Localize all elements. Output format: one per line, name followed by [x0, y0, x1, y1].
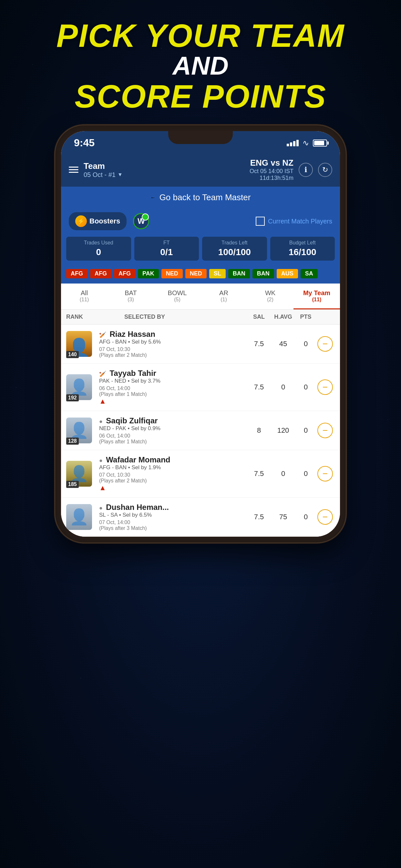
signal-icon — [287, 140, 299, 146]
stat-trades-left-label: Trades Left — [206, 240, 263, 246]
player-name: Saqib Zulfiqar — [106, 416, 158, 425]
refresh-button[interactable]: ↻ — [318, 163, 332, 177]
player-info: ● Dushan Heman... SL - SA • Sel by 6.5% … — [95, 503, 248, 531]
player-sal: 8 — [248, 426, 270, 435]
stat-ft-value: 0/1 — [138, 247, 195, 257]
player-name: Tayyab Tahir — [110, 369, 156, 377]
th-sal: SAL — [248, 314, 270, 320]
player-sal: 7.5 — [248, 340, 270, 348]
table-header: RANK SELECTED BY SAL H.AVG PTS — [61, 310, 340, 324]
remove-player-button[interactable]: − — [317, 336, 333, 352]
notch — [168, 131, 233, 144]
flag-tag: SA — [301, 269, 318, 278]
player-rank-img: 👤 140 — [66, 331, 95, 357]
phone-inner: 9:45 ∿ — [61, 131, 340, 537]
current-match-checkbox[interactable] — [256, 217, 265, 226]
w-letter: W — [137, 217, 145, 226]
player-pts: 0 — [296, 426, 315, 435]
player-havg: 0 — [270, 383, 296, 392]
menu-button[interactable] — [69, 166, 79, 173]
player-row[interactable]: 👤 185 ● Wafadar Momand AFG - BAN • Sel b… — [61, 450, 340, 498]
dropdown-arrow-icon: ▼ — [118, 172, 123, 178]
player-date: 06 Oct, 14:00 — [99, 433, 244, 439]
player-row[interactable]: 👤 140 🏏 Riaz Hassan AFG - BAN • Sel by 5… — [61, 324, 340, 364]
stat-budget-left-label: Budget Left — [274, 240, 331, 246]
go-back-bar[interactable]: ← Go back to Team Master — [61, 187, 340, 208]
stat-ft: FT 0/1 — [134, 237, 199, 260]
tab-ar[interactable]: AR(1) — [201, 283, 247, 309]
go-back-arrow-icon: ← — [150, 195, 156, 200]
battery-icon — [313, 140, 327, 147]
player-meta: AFG - BAN • Sel by 5.6% — [99, 339, 244, 345]
booster-icon: ⚡ — [75, 215, 87, 227]
player-rank-badge: 128 — [66, 438, 79, 445]
player-info: ● Saqib Zulfiqar NED - PAK • Sel by 0.9%… — [95, 416, 248, 445]
go-back-label: Go back to Team Master — [159, 192, 251, 203]
player-meta: AFG - BAN • Sel by 1.9% — [99, 464, 244, 471]
tabs-row: All(11)BAT(3)BOWL(5)AR(1)WK(2)My Team(11… — [61, 283, 340, 310]
remove-player-button[interactable]: − — [317, 379, 333, 395]
stat-trades-used: Trades Used 0 — [66, 237, 131, 260]
player-havg: 45 — [270, 340, 296, 348]
flag-tag: SL — [209, 269, 226, 278]
player-pts: 0 — [296, 513, 315, 521]
player-info: 🏏 Tayyab Tahir PAK - NED • Sel by 3.7% 0… — [95, 369, 248, 406]
flag-tag: BAN — [228, 269, 250, 278]
stat-ft-label: FT — [138, 240, 195, 246]
remove-player-button[interactable]: − — [317, 423, 333, 438]
player-rank-badge: 192 — [66, 394, 79, 401]
player-row[interactable]: 👤 ● Dushan Heman... SL - SA • Sel by 6.5… — [61, 498, 340, 537]
team-label: Team — [84, 161, 123, 171]
boosters-button[interactable]: ⚡ Boosters — [69, 212, 127, 230]
player-pts: 0 — [296, 340, 315, 348]
player-rank-img: 👤 185 — [66, 461, 95, 487]
wifi-icon: ∿ — [303, 138, 309, 148]
player-name: Wafadar Momand — [106, 455, 170, 464]
th-havg: H.AVG — [270, 314, 296, 320]
current-match-toggle[interactable]: Current Match Players — [256, 217, 332, 226]
player-meta: SL - SA • Sel by 6.5% — [99, 512, 244, 518]
headline-line3: SCORE POINTS — [0, 80, 401, 113]
match-countdown: 11d:13h:51m — [250, 175, 294, 182]
player-meta: NED - PAK • Sel by 0.9% — [99, 425, 244, 432]
player-name: Riaz Hassan — [110, 330, 155, 338]
tab-bowl[interactable]: BOWL(5) — [154, 283, 201, 309]
stat-budget-left: Budget Left 16/100 — [270, 237, 335, 260]
player-rank-badge: 185 — [66, 481, 79, 488]
team-info: Team 05 Oct - #1 ▼ — [84, 161, 123, 179]
player-havg: 75 — [270, 513, 296, 521]
stat-trades-used-value: 0 — [70, 247, 127, 257]
tab-wk[interactable]: WK(2) — [247, 283, 294, 309]
flag-tag: BAN — [252, 269, 274, 278]
boosters-label: Boosters — [89, 217, 120, 225]
match-title: ENG vs NZ — [250, 158, 294, 168]
flag-tag: AUS — [277, 269, 298, 278]
th-rank: RANK — [66, 314, 98, 320]
w-icon-button[interactable]: W — [133, 213, 149, 229]
player-sal: 7.5 — [248, 383, 270, 392]
info-button[interactable]: ℹ — [299, 163, 313, 177]
player-havg: 0 — [270, 469, 296, 478]
team-date[interactable]: 05 Oct - #1 ▼ — [84, 171, 123, 179]
status-icons: ∿ — [287, 138, 327, 148]
flag-tag: AFG — [66, 269, 88, 278]
stat-budget-left-value: 16/100 — [274, 247, 331, 257]
remove-player-button[interactable]: − — [317, 509, 333, 525]
tab-my-team[interactable]: My Team(11) — [294, 283, 340, 309]
stat-trades-left: Trades Left 100/100 — [202, 237, 267, 260]
player-pts: 0 — [296, 383, 315, 392]
player-action: − — [315, 466, 335, 482]
player-rank-badge: 140 — [66, 351, 79, 358]
remove-player-button[interactable]: − — [317, 466, 333, 482]
player-action: − — [315, 336, 335, 352]
player-meta: PAK - NED • Sel by 3.7% — [99, 378, 244, 384]
player-row[interactable]: 👤 128 ● Saqib Zulfiqar NED - PAK • Sel b… — [61, 411, 340, 450]
player-note: (Plays after 3 Match) — [99, 525, 244, 531]
tab-all[interactable]: All(11) — [61, 283, 107, 309]
player-row[interactable]: 👤 192 🏏 Tayyab Tahir PAK - NED • Sel by … — [61, 364, 340, 411]
tab-bat[interactable]: BAT(3) — [107, 283, 154, 309]
player-name: Dushan Heman... — [106, 503, 169, 512]
player-rank-img: 👤 128 — [66, 417, 95, 443]
current-match-label: Current Match Players — [268, 218, 332, 225]
player-pts: 0 — [296, 469, 315, 478]
